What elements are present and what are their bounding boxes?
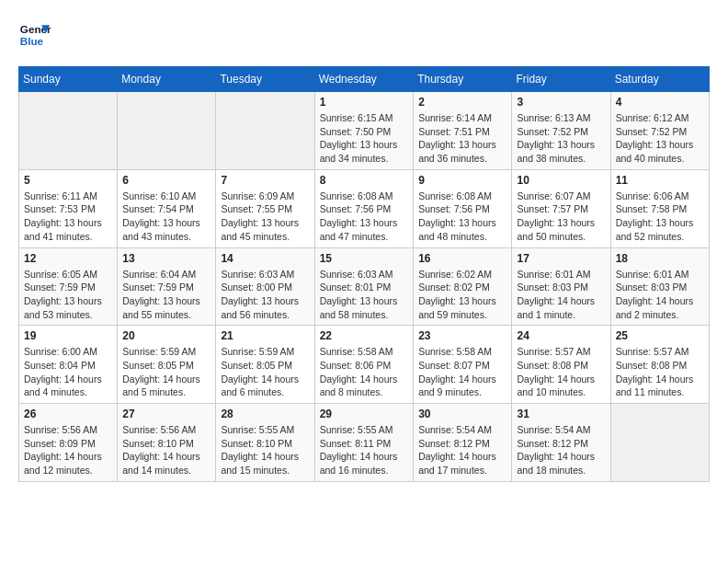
calendar-cell — [118, 92, 216, 170]
day-number: 4 — [616, 96, 704, 109]
calendar-week-3: 12Sunrise: 6:05 AMSunset: 7:59 PMDayligh… — [19, 247, 710, 326]
day-info: Sunrise: 6:04 AMSunset: 7:59 PMDaylight:… — [122, 268, 210, 322]
day-number: 7 — [221, 174, 309, 187]
day-number: 31 — [517, 408, 605, 420]
day-number: 17 — [517, 252, 605, 265]
svg-text:Blue: Blue — [20, 35, 44, 47]
day-info: Sunrise: 6:12 AMSunset: 7:52 PMDaylight:… — [616, 111, 704, 166]
day-info: Sunrise: 5:54 AMSunset: 8:12 PMDaylight:… — [418, 423, 506, 477]
calendar-cell: 26Sunrise: 5:56 AMSunset: 8:09 PMDayligh… — [19, 404, 118, 482]
day-number: 28 — [221, 408, 309, 420]
day-info: Sunrise: 5:58 AMSunset: 8:06 PMDaylight:… — [320, 345, 408, 399]
day-number: 14 — [221, 252, 309, 265]
day-number: 20 — [122, 329, 210, 342]
day-number: 1 — [320, 96, 408, 109]
day-number: 6 — [122, 174, 210, 187]
weekday-header-thursday: Thursday — [414, 67, 512, 92]
calendar-cell: 12Sunrise: 6:05 AMSunset: 7:59 PMDayligh… — [19, 247, 118, 326]
day-info: Sunrise: 6:09 AMSunset: 7:55 PMDaylight:… — [221, 190, 309, 244]
day-number: 3 — [517, 96, 605, 109]
calendar-cell: 20Sunrise: 5:59 AMSunset: 8:05 PMDayligh… — [118, 326, 216, 404]
day-info: Sunrise: 6:07 AMSunset: 7:57 PMDaylight:… — [517, 190, 605, 244]
calendar-cell: 7Sunrise: 6:09 AMSunset: 7:55 PMDaylight… — [216, 169, 314, 247]
calendar-cell: 30Sunrise: 5:54 AMSunset: 8:12 PMDayligh… — [414, 404, 512, 482]
day-number: 19 — [24, 329, 112, 342]
day-number: 11 — [616, 174, 704, 187]
calendar-cell: 1Sunrise: 6:15 AMSunset: 7:50 PMDaylight… — [314, 92, 413, 170]
calendar-cell: 6Sunrise: 6:10 AMSunset: 7:54 PMDaylight… — [118, 169, 216, 247]
day-info: Sunrise: 5:55 AMSunset: 8:10 PMDaylight:… — [221, 423, 309, 477]
day-number: 5 — [24, 174, 112, 187]
calendar-cell — [216, 92, 314, 170]
weekday-header-tuesday: Tuesday — [216, 67, 314, 92]
weekday-header-wednesday: Wednesday — [314, 67, 413, 92]
logo-icon: General Blue — [18, 18, 51, 52]
day-info: Sunrise: 5:56 AMSunset: 8:09 PMDaylight:… — [24, 423, 112, 477]
day-info: Sunrise: 5:57 AMSunset: 8:08 PMDaylight:… — [517, 345, 605, 399]
calendar-cell: 3Sunrise: 6:13 AMSunset: 7:52 PMDaylight… — [512, 92, 610, 170]
day-info: Sunrise: 5:55 AMSunset: 8:11 PMDaylight:… — [320, 423, 408, 477]
calendar-cell: 28Sunrise: 5:55 AMSunset: 8:10 PMDayligh… — [216, 404, 314, 482]
calendar-cell: 25Sunrise: 5:57 AMSunset: 8:08 PMDayligh… — [610, 326, 709, 404]
calendar-cell: 2Sunrise: 6:14 AMSunset: 7:51 PMDaylight… — [414, 92, 512, 170]
day-number: 26 — [24, 408, 112, 420]
day-number: 23 — [418, 329, 506, 342]
weekday-header-monday: Monday — [118, 67, 216, 92]
calendar-cell: 22Sunrise: 5:58 AMSunset: 8:06 PMDayligh… — [314, 326, 413, 404]
day-info: Sunrise: 5:59 AMSunset: 8:05 PMDaylight:… — [122, 345, 210, 399]
day-number: 30 — [418, 408, 506, 420]
day-number: 13 — [122, 252, 210, 265]
day-info: Sunrise: 6:08 AMSunset: 7:56 PMDaylight:… — [418, 190, 506, 244]
calendar-cell: 19Sunrise: 6:00 AMSunset: 8:04 PMDayligh… — [19, 326, 118, 404]
calendar-week-5: 26Sunrise: 5:56 AMSunset: 8:09 PMDayligh… — [19, 404, 710, 482]
day-info: Sunrise: 6:08 AMSunset: 7:56 PMDaylight:… — [320, 190, 408, 244]
calendar-cell: 17Sunrise: 6:01 AMSunset: 8:03 PMDayligh… — [512, 247, 610, 326]
day-info: Sunrise: 5:54 AMSunset: 8:12 PMDaylight:… — [517, 423, 605, 477]
day-number: 16 — [418, 252, 506, 265]
day-info: Sunrise: 6:13 AMSunset: 7:52 PMDaylight:… — [517, 111, 605, 166]
calendar-cell: 10Sunrise: 6:07 AMSunset: 7:57 PMDayligh… — [512, 169, 610, 247]
calendar-cell: 24Sunrise: 5:57 AMSunset: 8:08 PMDayligh… — [512, 326, 610, 404]
day-info: Sunrise: 6:03 AMSunset: 8:00 PMDaylight:… — [221, 268, 309, 322]
weekday-header-row: SundayMondayTuesdayWednesdayThursdayFrid… — [19, 67, 710, 92]
calendar-cell: 21Sunrise: 5:59 AMSunset: 8:05 PMDayligh… — [216, 326, 314, 404]
calendar-cell — [19, 92, 118, 170]
day-info: Sunrise: 6:03 AMSunset: 8:01 PMDaylight:… — [320, 268, 408, 322]
weekday-header-friday: Friday — [512, 67, 610, 92]
day-info: Sunrise: 6:01 AMSunset: 8:03 PMDaylight:… — [517, 268, 605, 322]
calendar-cell: 14Sunrise: 6:03 AMSunset: 8:00 PMDayligh… — [216, 247, 314, 326]
calendar-week-2: 5Sunrise: 6:11 AMSunset: 7:53 PMDaylight… — [19, 169, 710, 247]
day-number: 22 — [320, 329, 408, 342]
calendar-cell: 27Sunrise: 5:56 AMSunset: 8:10 PMDayligh… — [118, 404, 216, 482]
day-info: Sunrise: 6:06 AMSunset: 7:58 PMDaylight:… — [616, 190, 704, 244]
day-info: Sunrise: 6:14 AMSunset: 7:51 PMDaylight:… — [418, 111, 506, 166]
day-info: Sunrise: 5:58 AMSunset: 8:07 PMDaylight:… — [418, 345, 506, 399]
day-number: 25 — [616, 329, 704, 342]
day-info: Sunrise: 6:10 AMSunset: 7:54 PMDaylight:… — [122, 190, 210, 244]
calendar-table: SundayMondayTuesdayWednesdayThursdayFrid… — [18, 66, 710, 482]
calendar-cell: 4Sunrise: 6:12 AMSunset: 7:52 PMDaylight… — [610, 92, 709, 170]
calendar-cell: 16Sunrise: 6:02 AMSunset: 8:02 PMDayligh… — [414, 247, 512, 326]
calendar-cell: 13Sunrise: 6:04 AMSunset: 7:59 PMDayligh… — [118, 247, 216, 326]
day-number: 21 — [221, 329, 309, 342]
day-info: Sunrise: 5:59 AMSunset: 8:05 PMDaylight:… — [221, 345, 309, 399]
calendar-cell: 11Sunrise: 6:06 AMSunset: 7:58 PMDayligh… — [610, 169, 709, 247]
calendar-week-4: 19Sunrise: 6:00 AMSunset: 8:04 PMDayligh… — [19, 326, 710, 404]
calendar-cell: 5Sunrise: 6:11 AMSunset: 7:53 PMDaylight… — [19, 169, 118, 247]
calendar-cell: 9Sunrise: 6:08 AMSunset: 7:56 PMDaylight… — [414, 169, 512, 247]
day-info: Sunrise: 6:05 AMSunset: 7:59 PMDaylight:… — [24, 268, 112, 322]
day-info: Sunrise: 6:02 AMSunset: 8:02 PMDaylight:… — [418, 268, 506, 322]
weekday-header-saturday: Saturday — [610, 67, 709, 92]
day-number: 8 — [320, 174, 408, 187]
calendar-cell — [610, 404, 709, 482]
calendar-cell: 18Sunrise: 6:01 AMSunset: 8:03 PMDayligh… — [610, 247, 709, 326]
day-number: 15 — [320, 252, 408, 265]
day-info: Sunrise: 6:00 AMSunset: 8:04 PMDaylight:… — [24, 345, 112, 399]
logo: General Blue — [18, 18, 51, 52]
calendar-cell: 29Sunrise: 5:55 AMSunset: 8:11 PMDayligh… — [314, 404, 413, 482]
day-info: Sunrise: 5:56 AMSunset: 8:10 PMDaylight:… — [122, 423, 210, 477]
day-number: 27 — [122, 408, 210, 420]
day-number: 9 — [418, 174, 506, 187]
day-info: Sunrise: 6:11 AMSunset: 7:53 PMDaylight:… — [24, 190, 112, 244]
calendar-cell: 23Sunrise: 5:58 AMSunset: 8:07 PMDayligh… — [414, 326, 512, 404]
